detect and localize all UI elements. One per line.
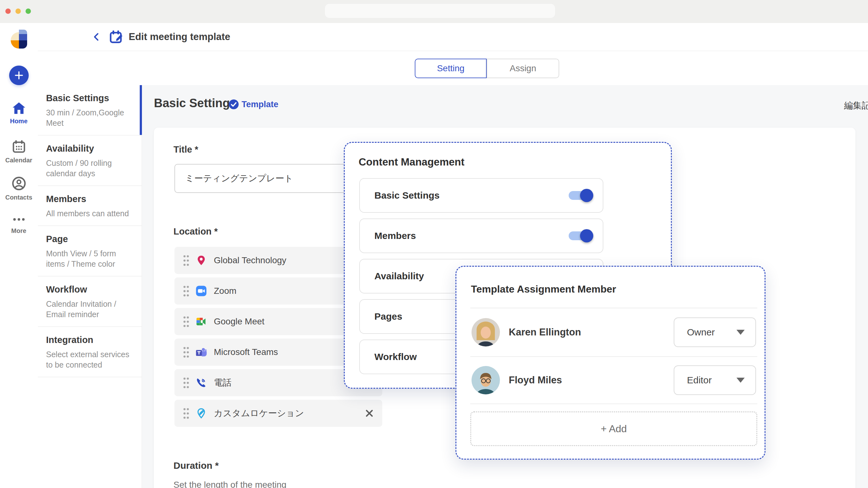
section-nav-panel: Basic Settings 30 min / Zoom,Google Meet… [38, 85, 142, 488]
nav-item-members[interactable]: Members All members can attend [38, 186, 142, 226]
more-icon [12, 215, 26, 224]
avatar [471, 318, 500, 347]
template-assignment-card: Template Assignment Member Karen Ellingt… [456, 266, 766, 460]
home-icon [12, 102, 26, 115]
drag-handle-icon[interactable] [183, 377, 189, 389]
template-assignment-title: Template Assignment Member [471, 284, 616, 295]
cm-row-label: Members [374, 230, 569, 241]
edit-history-link[interactable]: 編集記 [844, 100, 868, 111]
titlebar [0, 0, 868, 23]
tabs-strip: Setting Assign [38, 51, 868, 85]
template-badge: Template [228, 99, 279, 110]
sidebar-item-contacts[interactable]: Contacts [0, 176, 37, 201]
google-meet-icon [195, 316, 207, 327]
nav-item-page[interactable]: Page Month View / 5 form items / Theme c… [38, 226, 142, 276]
nav-item-title: Members [46, 194, 134, 204]
nav-item-description: Month View / 5 form items / Theme color [46, 249, 134, 269]
nav-item-availability[interactable]: Availability Custom / 90 rolling calenda… [38, 135, 142, 186]
duration-description: Set the length of the meeting [174, 480, 286, 488]
basic-settings-toggle[interactable] [569, 189, 591, 202]
nav-item-description: Calendar Invitation / Email reminder [46, 299, 134, 320]
back-button[interactable] [91, 31, 102, 44]
add-button[interactable] [9, 66, 29, 85]
calendar-edit-icon [109, 30, 124, 46]
chevron-down-icon [737, 330, 745, 335]
chevron-left-icon [91, 31, 102, 42]
title-field-label: Title * [174, 144, 198, 155]
content-management-title: Content Management [359, 156, 465, 168]
nav-item-description: 30 min / Zoom,Google Meet [46, 107, 134, 128]
sidebar-item-calendar[interactable]: Calendar [0, 140, 37, 164]
nav-item-title: Integration [46, 335, 134, 345]
sidebar-item-home[interactable]: Home [0, 102, 37, 125]
sidebar-item-label: Contacts [0, 194, 37, 201]
role-value: Editor [687, 375, 737, 386]
sidebar-item-label: More [0, 227, 37, 234]
cm-row-basic-settings: Basic Settings [359, 178, 603, 213]
drag-handle-icon[interactable] [183, 285, 189, 297]
drag-handle-icon[interactable] [183, 254, 189, 267]
nav-item-workflow[interactable]: Workflow Calendar Invitation / Email rem… [38, 276, 142, 327]
microsoft-teams-icon [195, 347, 207, 358]
member-row: Karen Ellington Owner [470, 308, 757, 356]
nav-item-title: Page [46, 234, 134, 244]
cm-row-members: Members [359, 219, 603, 253]
close-window-button[interactable] [5, 8, 11, 14]
nav-item-title: Workflow [46, 284, 134, 295]
contacts-icon [12, 176, 26, 191]
page-title: Edit meeting template [129, 23, 230, 51]
member-name: Floyd Miles [509, 375, 674, 386]
zoom-window-button[interactable] [26, 8, 31, 14]
sidebar-item-label: Home [0, 118, 37, 125]
location-row[interactable]: カスタムロケーション [175, 400, 382, 427]
drag-handle-icon[interactable] [183, 346, 189, 358]
members-toggle[interactable] [569, 229, 591, 243]
close-icon [365, 409, 374, 418]
cm-row-label: Basic Settings [374, 190, 569, 201]
page-header: Edit meeting template [38, 23, 868, 51]
member-list: Karen Ellington Owner Floyd Miles [470, 308, 757, 446]
zoom-icon [195, 285, 207, 297]
avatar [471, 366, 500, 394]
sidebar-item-more[interactable]: More [0, 215, 37, 234]
location-label: カスタムロケーション [214, 407, 365, 419]
nav-item-title: Availability [46, 143, 134, 154]
app-logo [7, 27, 30, 51]
nav-item-title: Basic Settings [46, 93, 134, 103]
minimize-window-button[interactable] [16, 8, 21, 14]
role-dropdown-owner[interactable]: Owner [674, 318, 756, 347]
custom-location-icon [195, 408, 207, 419]
nav-item-basic-settings[interactable]: Basic Settings 30 min / Zoom,Google Meet [38, 85, 142, 135]
tab-setting[interactable]: Setting [415, 59, 487, 78]
add-member-button[interactable]: + Add [470, 412, 757, 446]
nav-item-description: Custom / 90 rolling calendar days [46, 158, 134, 179]
nav-item-integration[interactable]: Integration Select external services to … [38, 327, 142, 377]
location-field-label: Location * [174, 226, 218, 237]
app-sidebar: Home Calendar Contacts More [0, 23, 38, 488]
drag-handle-icon[interactable] [183, 316, 189, 328]
tab-assign[interactable]: Assign [487, 59, 559, 78]
check-circle-icon [228, 99, 239, 110]
member-name: Karen Ellington [509, 327, 674, 338]
nav-item-description: Select external services to be connected [46, 349, 134, 370]
drag-handle-icon[interactable] [183, 407, 189, 420]
member-row: Floyd Miles Editor [470, 357, 757, 403]
chevron-down-icon [737, 378, 745, 383]
sidebar-item-label: Calendar [0, 157, 37, 164]
section-heading: Basic Settings [154, 96, 237, 110]
plus-icon [13, 70, 24, 81]
template-badge-label: Template [242, 100, 279, 109]
phone-icon [195, 377, 207, 388]
map-pin-icon [195, 255, 207, 266]
role-value: Owner [687, 327, 737, 338]
titlebar-pill [325, 4, 555, 18]
remove-location-button[interactable] [365, 409, 374, 418]
duration-field-label: Duration * [174, 460, 219, 471]
role-dropdown-editor[interactable]: Editor [674, 365, 756, 395]
calendar-icon [12, 140, 26, 154]
nav-item-description: All members can attend [46, 208, 134, 219]
